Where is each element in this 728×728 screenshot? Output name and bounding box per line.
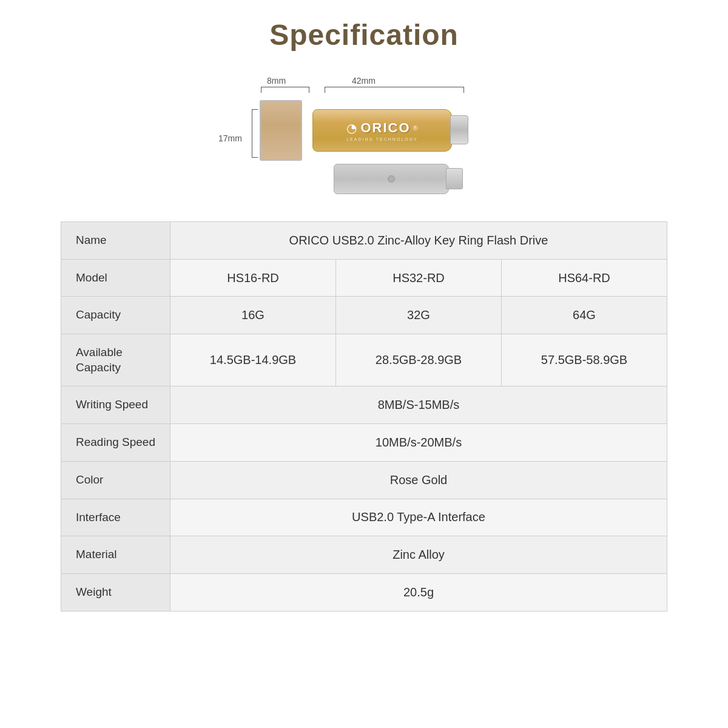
table-row: ColorRose Gold <box>61 461 667 499</box>
drive-side-view <box>260 100 302 161</box>
product-diagram: 8mm 42mm 17mm ◔ ORICO ® LEADING TECHNOLO… <box>218 70 510 203</box>
row-value: 10MB/s-20MB/s <box>170 424 667 462</box>
dim-42mm-label: 42mm <box>352 76 376 86</box>
table-row: InterfaceUSB2.0 Type-A Interface <box>61 499 667 536</box>
row-value: 8MB/S-15MB/s <box>170 386 667 424</box>
brand-name: ORICO <box>360 120 410 136</box>
table-row: Weight20.5g <box>61 573 667 611</box>
row-label: Weight <box>61 573 170 611</box>
row-label: Material <box>61 536 170 574</box>
table-row: MaterialZinc Alloy <box>61 536 667 574</box>
row-value: USB2.0 Type-A Interface <box>170 499 667 536</box>
row-value: 32G <box>336 297 502 334</box>
row-label: Interface <box>61 499 170 536</box>
spec-table: NameORICO USB2.0 Zinc-Alloy Key Ring Fla… <box>61 221 667 612</box>
brand-sub: LEADING TECHNOLOGY <box>346 137 418 141</box>
row-value: 20.5g <box>170 573 667 611</box>
table-row: ModelHS16-RDHS32-RDHS64-RD <box>61 259 667 297</box>
row-label: Color <box>61 461 170 499</box>
row-value: 16G <box>170 297 336 334</box>
table-row: Capacity16G32G64G <box>61 297 667 334</box>
drive-bottom-view <box>334 164 449 194</box>
logo-container: ◔ ORICO ® LEADING TECHNOLOGY <box>346 120 418 141</box>
row-value: 28.5GB-28.9GB <box>336 334 502 386</box>
row-label: Capacity <box>61 297 170 334</box>
page-title: Specification <box>269 18 459 52</box>
bracket-8mm <box>261 87 309 93</box>
drive-connector-right <box>450 115 468 144</box>
row-value: HS32-RD <box>336 259 502 297</box>
dim-17mm-label: 17mm <box>218 133 242 143</box>
row-value: ORICO USB2.0 Zinc-Alloy Key Ring Flash D… <box>170 222 667 260</box>
drive-main-body: ◔ ORICO ® LEADING TECHNOLOGY <box>312 109 452 152</box>
row-value: HS16-RD <box>170 259 336 297</box>
row-value: Rose Gold <box>170 461 667 499</box>
drive-bottom-dot <box>388 175 395 183</box>
row-label: Name <box>61 222 170 260</box>
drive-bottom-connector <box>446 168 463 189</box>
row-label: Writing Speed <box>61 386 170 424</box>
table-row: Reading Speed10MB/s-20MB/s <box>61 424 667 462</box>
bracket-42mm <box>325 87 464 93</box>
row-value: 57.5GB-58.9GB <box>502 334 667 386</box>
table-row: Available Capacity14.5GB-14.9GB28.5GB-28… <box>61 334 667 386</box>
row-value: Zinc Alloy <box>170 536 667 574</box>
dim-8mm-label: 8mm <box>267 76 286 86</box>
row-label: Reading Speed <box>61 424 170 462</box>
row-label: Available Capacity <box>61 334 170 386</box>
bracket-17mm <box>252 109 258 158</box>
row-value: HS64-RD <box>502 259 667 297</box>
table-row: Writing Speed8MB/S-15MB/s <box>61 386 667 424</box>
row-label: Model <box>61 259 170 297</box>
row-value: 64G <box>502 297 667 334</box>
row-value: 14.5GB-14.9GB <box>170 334 336 386</box>
table-row: NameORICO USB2.0 Zinc-Alloy Key Ring Fla… <box>61 222 667 260</box>
